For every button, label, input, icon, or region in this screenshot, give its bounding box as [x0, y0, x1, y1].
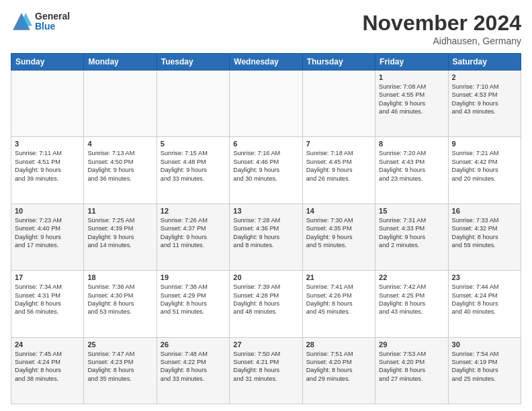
day-info: Sunrise: 7:50 AM Sunset: 4:21 PM Dayligh…	[233, 350, 298, 383]
day-number: 25	[87, 340, 152, 349]
page: General Blue November 2024 Aidhausen, Ge…	[0, 0, 532, 411]
header-thursday: Thursday	[302, 54, 375, 71]
table-row: 8Sunrise: 7:20 AM Sunset: 4:43 PM Daylig…	[375, 137, 448, 203]
day-number: 23	[452, 273, 517, 281]
calendar-week-row: 24Sunrise: 7:45 AM Sunset: 4:24 PM Dayli…	[11, 337, 521, 404]
day-number: 26	[161, 340, 226, 349]
day-info: Sunrise: 7:10 AM Sunset: 4:53 PM Dayligh…	[452, 83, 517, 116]
table-row: 16Sunrise: 7:33 AM Sunset: 4:32 PM Dayli…	[448, 203, 521, 270]
table-row: 13Sunrise: 7:28 AM Sunset: 4:36 PM Dayli…	[230, 203, 302, 270]
table-row: 1Sunrise: 7:08 AM Sunset: 4:55 PM Daylig…	[375, 71, 448, 137]
day-info: Sunrise: 7:13 AM Sunset: 4:50 PM Dayligh…	[87, 149, 152, 183]
header-friday: Friday	[375, 54, 448, 71]
table-row: 30Sunrise: 7:54 AM Sunset: 4:19 PM Dayli…	[448, 337, 521, 404]
day-number: 14	[306, 207, 371, 215]
calendar-week-row: 1Sunrise: 7:08 AM Sunset: 4:55 PM Daylig…	[11, 71, 521, 137]
calendar-week-row: 10Sunrise: 7:23 AM Sunset: 4:40 PM Dayli…	[11, 203, 521, 270]
logo-text: General Blue	[35, 11, 70, 32]
day-number: 19	[161, 273, 226, 281]
table-row: 7Sunrise: 7:18 AM Sunset: 4:45 PM Daylig…	[302, 137, 375, 203]
table-row: 17Sunrise: 7:34 AM Sunset: 4:31 PM Dayli…	[11, 271, 84, 337]
location: Aidhausen, Germany	[362, 36, 521, 46]
day-info: Sunrise: 7:08 AM Sunset: 4:55 PM Dayligh…	[379, 83, 444, 116]
header-tuesday: Tuesday	[157, 54, 229, 71]
day-info: Sunrise: 7:44 AM Sunset: 4:24 PM Dayligh…	[452, 283, 517, 316]
day-info: Sunrise: 7:30 AM Sunset: 4:35 PM Dayligh…	[306, 216, 371, 250]
day-info: Sunrise: 7:15 AM Sunset: 4:48 PM Dayligh…	[161, 149, 226, 183]
month-title: November 2024	[362, 11, 521, 36]
calendar-week-row: 17Sunrise: 7:34 AM Sunset: 4:31 PM Dayli…	[11, 271, 521, 337]
day-number: 1	[379, 73, 444, 81]
title-block: November 2024 Aidhausen, Germany	[362, 11, 521, 46]
calendar-table: Sunday Monday Tuesday Wednesday Thursday…	[11, 53, 521, 404]
day-number: 29	[379, 340, 444, 349]
logo-icon	[11, 11, 32, 32]
header: General Blue November 2024 Aidhausen, Ge…	[11, 11, 521, 46]
day-info: Sunrise: 7:53 AM Sunset: 4:20 PM Dayligh…	[379, 350, 444, 383]
day-number: 4	[87, 140, 152, 148]
table-row: 14Sunrise: 7:30 AM Sunset: 4:35 PM Dayli…	[302, 203, 375, 270]
day-info: Sunrise: 7:54 AM Sunset: 4:19 PM Dayligh…	[452, 350, 517, 383]
day-info: Sunrise: 7:36 AM Sunset: 4:30 PM Dayligh…	[87, 283, 152, 316]
day-info: Sunrise: 7:20 AM Sunset: 4:43 PM Dayligh…	[379, 149, 444, 183]
table-row	[157, 71, 229, 137]
table-row	[84, 71, 157, 137]
table-row: 4Sunrise: 7:13 AM Sunset: 4:50 PM Daylig…	[84, 137, 157, 203]
table-row: 15Sunrise: 7:31 AM Sunset: 4:33 PM Dayli…	[375, 203, 448, 270]
day-number: 17	[15, 273, 80, 281]
day-number: 8	[379, 140, 444, 148]
day-number: 10	[15, 207, 80, 215]
table-row: 25Sunrise: 7:47 AM Sunset: 4:23 PM Dayli…	[84, 337, 157, 404]
table-row: 22Sunrise: 7:42 AM Sunset: 4:25 PM Dayli…	[375, 271, 448, 337]
logo-blue-text: Blue	[35, 21, 70, 32]
table-row: 21Sunrise: 7:41 AM Sunset: 4:26 PM Dayli…	[302, 271, 375, 337]
day-number: 22	[379, 273, 444, 281]
day-info: Sunrise: 7:23 AM Sunset: 4:40 PM Dayligh…	[15, 216, 80, 250]
day-info: Sunrise: 7:47 AM Sunset: 4:23 PM Dayligh…	[87, 350, 152, 383]
day-number: 2	[452, 73, 517, 81]
calendar-week-row: 3Sunrise: 7:11 AM Sunset: 4:51 PM Daylig…	[11, 137, 521, 203]
day-number: 7	[306, 140, 371, 148]
calendar-header-row: Sunday Monday Tuesday Wednesday Thursday…	[11, 54, 521, 71]
day-info: Sunrise: 7:38 AM Sunset: 4:29 PM Dayligh…	[161, 283, 226, 316]
table-row: 5Sunrise: 7:15 AM Sunset: 4:48 PM Daylig…	[157, 137, 229, 203]
day-info: Sunrise: 7:25 AM Sunset: 4:39 PM Dayligh…	[87, 216, 152, 250]
table-row: 19Sunrise: 7:38 AM Sunset: 4:29 PM Dayli…	[157, 271, 229, 337]
table-row: 9Sunrise: 7:21 AM Sunset: 4:42 PM Daylig…	[448, 137, 521, 203]
day-info: Sunrise: 7:31 AM Sunset: 4:33 PM Dayligh…	[379, 216, 444, 250]
table-row: 26Sunrise: 7:48 AM Sunset: 4:22 PM Dayli…	[157, 337, 229, 404]
day-number: 28	[306, 340, 371, 349]
header-sunday: Sunday	[11, 54, 84, 71]
day-number: 24	[15, 340, 80, 349]
day-number: 15	[379, 207, 444, 215]
day-number: 20	[233, 273, 298, 281]
day-number: 12	[161, 207, 226, 215]
day-info: Sunrise: 7:48 AM Sunset: 4:22 PM Dayligh…	[161, 350, 226, 383]
table-row: 6Sunrise: 7:16 AM Sunset: 4:46 PM Daylig…	[230, 137, 302, 203]
table-row: 29Sunrise: 7:53 AM Sunset: 4:20 PM Dayli…	[375, 337, 448, 404]
table-row: 2Sunrise: 7:10 AM Sunset: 4:53 PM Daylig…	[448, 71, 521, 137]
table-row: 20Sunrise: 7:39 AM Sunset: 4:28 PM Dayli…	[230, 271, 302, 337]
day-info: Sunrise: 7:34 AM Sunset: 4:31 PM Dayligh…	[15, 283, 80, 316]
table-row: 10Sunrise: 7:23 AM Sunset: 4:40 PM Dayli…	[11, 203, 84, 270]
day-info: Sunrise: 7:33 AM Sunset: 4:32 PM Dayligh…	[452, 216, 517, 250]
table-row: 3Sunrise: 7:11 AM Sunset: 4:51 PM Daylig…	[11, 137, 84, 203]
table-row: 24Sunrise: 7:45 AM Sunset: 4:24 PM Dayli…	[11, 337, 84, 404]
table-row: 28Sunrise: 7:51 AM Sunset: 4:20 PM Dayli…	[302, 337, 375, 404]
table-row: 23Sunrise: 7:44 AM Sunset: 4:24 PM Dayli…	[448, 271, 521, 337]
header-monday: Monday	[84, 54, 157, 71]
day-number: 13	[233, 207, 298, 215]
day-number: 3	[15, 140, 80, 148]
day-info: Sunrise: 7:42 AM Sunset: 4:25 PM Dayligh…	[379, 283, 444, 316]
day-number: 18	[87, 273, 152, 281]
table-row: 12Sunrise: 7:26 AM Sunset: 4:37 PM Dayli…	[157, 203, 229, 270]
logo-general-text: General	[35, 11, 70, 21]
table-row: 11Sunrise: 7:25 AM Sunset: 4:39 PM Dayli…	[84, 203, 157, 270]
header-saturday: Saturday	[448, 54, 521, 71]
table-row	[302, 71, 375, 137]
table-row	[11, 71, 84, 137]
day-info: Sunrise: 7:21 AM Sunset: 4:42 PM Dayligh…	[452, 149, 517, 183]
day-number: 21	[306, 273, 371, 281]
table-row: 18Sunrise: 7:36 AM Sunset: 4:30 PM Dayli…	[84, 271, 157, 337]
day-info: Sunrise: 7:26 AM Sunset: 4:37 PM Dayligh…	[161, 216, 226, 250]
